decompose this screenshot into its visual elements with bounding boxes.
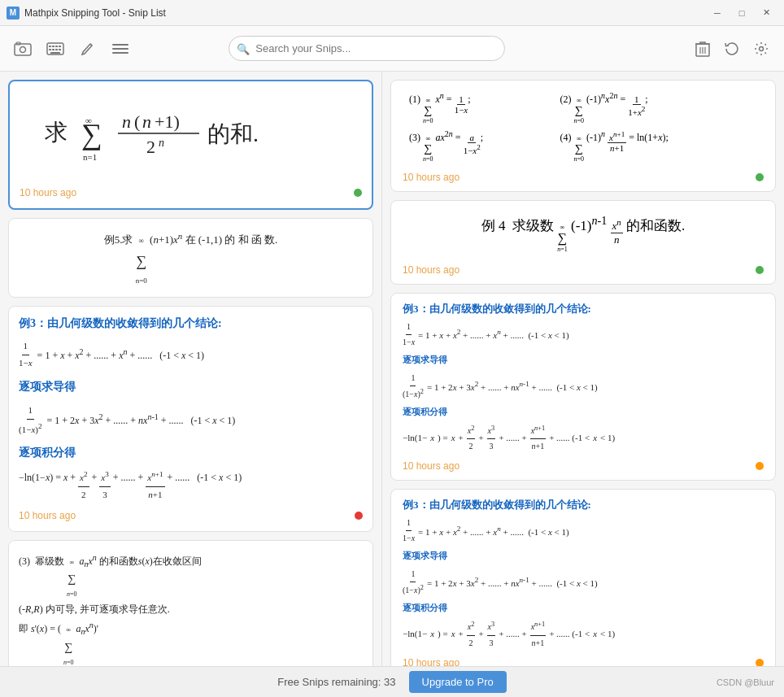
example3-body: 1 1−x = 1 + x + x2 + ...... + xn + .....… [19, 338, 363, 503]
right-dot-2 [756, 266, 764, 274]
right-tools [690, 36, 774, 62]
svg-rect-6 [55, 46, 58, 47]
right-content-3: 例3：由几何级数的收敛得到的几个结论: 1 1−x = 1 + x + x2 +… [403, 302, 764, 454]
example3-small-body: 1 1−x = 1 + x + x2 + ...... + xn + .....… [403, 320, 764, 454]
svg-rect-10 [55, 49, 58, 50]
svg-text:求: 求 [45, 120, 68, 145]
left-panel: 求 ∞ ∑ n=1 n ( n +1) 2 n 的和. [0, 72, 382, 666]
right-dot-1 [756, 173, 764, 181]
right-panel: (1) ∞ ∑ n=0 xn = 1 1− [382, 72, 784, 666]
settings-button[interactable] [748, 36, 774, 62]
svg-rect-8 [49, 49, 51, 50]
svg-text:+1): +1) [155, 111, 180, 132]
snip-math-2: 例5.求 ∞ ∑ n=0 (n+1)xn 在 (-1,1) 的 和 函 数. [104, 229, 278, 287]
svg-text:的和.: 的和. [207, 121, 259, 146]
snip-content-4: (3) 幂级数 ∞ ∑ n=0 anxn 的和函数s(x)在收敛区间 (-R,R… [19, 551, 363, 666]
snip-card-3[interactable]: 例3：由几何级数的收敛得到的几个结论: 1 1−x = 1 + x + x2 +… [8, 306, 373, 531]
menu-button[interactable] [107, 36, 133, 62]
svg-point-2 [20, 46, 26, 52]
svg-rect-9 [52, 49, 54, 50]
right-dot-4 [756, 659, 764, 667]
right-card-4[interactable]: 例3：由几何级数的收敛得到的几个结论: 1 1−x = 1 + x + x2 +… [390, 489, 776, 666]
search-input[interactable] [229, 36, 505, 61]
status-dot-1 [354, 189, 362, 197]
app-title: Mathpix Snipping Tool - Snip List [24, 7, 706, 19]
maximize-button[interactable]: □ [730, 5, 753, 21]
settings-icon [754, 41, 769, 56]
app-icon: M [7, 7, 20, 20]
example3-small2-body: 1 1−x = 1 + x + x2 + ...... + xn + .....… [403, 516, 764, 650]
right-card-1[interactable]: (1) ∞ ∑ n=0 xn = 1 1− [390, 80, 776, 192]
right-footer-2: 10 hours ago [403, 264, 764, 276]
example3-title: 例3：由几何级数的收敛得到的几个结论: [19, 316, 363, 331]
screenshot-button[interactable] [10, 36, 36, 62]
snip-time-1: 10 hours ago [20, 187, 76, 198]
titlebar: M Mathpix Snipping Tool - Snip List ─ □ … [0, 0, 784, 26]
svg-rect-4 [49, 46, 51, 47]
snip-content-1: 求 ∞ ∑ n=1 n ( n +1) 2 n 的和. [20, 91, 362, 181]
example3-small2-title: 例3：由几何级数的收敛得到的几个结论: [403, 498, 764, 512]
svg-text:n: n [122, 111, 131, 132]
bottom-bar: Free Snips remaining: 33 Upgrade to Pro … [0, 666, 784, 697]
svg-text:(: ( [134, 111, 140, 132]
free-snips-text: Free Snips remaining: 33 [277, 676, 395, 688]
toolbar: 🔍 [0, 26, 784, 72]
snip-footer-3: 10 hours ago [19, 510, 363, 521]
svg-rect-0 [15, 44, 31, 55]
snip-time-3: 10 hours ago [19, 510, 76, 521]
svg-rect-12 [50, 52, 60, 54]
screenshot-icon [14, 41, 32, 56]
refresh-button[interactable] [719, 36, 745, 62]
keyboard-icon [46, 42, 64, 55]
snip-card-4[interactable]: (3) 幂级数 ∞ ∑ n=0 anxn 的和函数s(x)在收敛区间 (-R,R… [8, 540, 373, 666]
svg-text:∑: ∑ [81, 118, 102, 150]
svg-text:n=1: n=1 [83, 152, 97, 162]
right-footer-1: 10 hours ago [403, 172, 764, 183]
upgrade-button[interactable]: Upgrade to Pro [409, 671, 507, 693]
pen-icon [81, 41, 95, 56]
svg-text:2: 2 [146, 137, 155, 157]
right-time-4: 10 hours ago [403, 657, 460, 667]
close-button[interactable]: ✕ [755, 5, 777, 21]
trash-icon [695, 41, 710, 57]
pen-button[interactable] [75, 36, 101, 62]
minimize-button[interactable]: ─ [706, 5, 729, 21]
formulas-table: (1) ∞ ∑ n=0 xn = 1 1− [403, 89, 764, 165]
refresh-icon [725, 41, 739, 56]
svg-rect-11 [59, 49, 61, 50]
snip-math-4: (3) 幂级数 ∞ ∑ n=0 anxn 的和函数s(x)在收敛区间 (-R,R… [19, 551, 363, 666]
right-content-1: (1) ∞ ∑ n=0 xn = 1 1− [403, 89, 764, 165]
right-time-2: 10 hours ago [403, 264, 460, 276]
right-card-3[interactable]: 例3：由几何级数的收敛得到的几个结论: 1 1−x = 1 + x + x2 +… [390, 293, 776, 481]
math-svg-1: 求 ∞ ∑ n=1 n ( n +1) 2 n 的和. [28, 91, 354, 181]
svg-rect-5 [52, 46, 54, 47]
snip-footer-1: 10 hours ago [20, 187, 362, 198]
right-footer-3: 10 hours ago [403, 460, 764, 472]
search-container: 🔍 [229, 36, 505, 61]
menu-icon [112, 42, 128, 55]
right-card-2[interactable]: 例 4 求级数 ∞ ∑ n=1 (-1)n-1 xn n 的和函数. [390, 200, 776, 285]
svg-rect-13 [112, 44, 128, 46]
snip-content-3: 例3：由几何级数的收敛得到的几个结论: 1 1−x = 1 + x + x2 +… [19, 316, 363, 503]
right-time-1: 10 hours ago [403, 172, 460, 183]
main-content: 求 ∞ ∑ n=1 n ( n +1) 2 n 的和. [0, 72, 784, 666]
snip-card-1[interactable]: 求 ∞ ∑ n=1 n ( n +1) 2 n 的和. [8, 80, 373, 210]
svg-point-20 [759, 46, 763, 50]
example4-text: 例 4 求级数 ∞ ∑ n=1 (-1)n-1 xn n 的和函数. [481, 214, 686, 254]
right-content-4: 例3：由几何级数的收敛得到的几个结论: 1 1−x = 1 + x + x2 +… [403, 498, 764, 650]
svg-rect-14 [112, 48, 128, 50]
right-time-3: 10 hours ago [403, 460, 460, 472]
example3-small-title: 例3：由几何级数的收敛得到的几个结论: [403, 302, 764, 316]
right-content-2: 例 4 求级数 ∞ ∑ n=1 (-1)n-1 xn n 的和函数. [403, 209, 764, 258]
trash-button[interactable] [690, 36, 716, 62]
right-dot-3 [756, 462, 764, 470]
svg-text:n: n [142, 111, 151, 132]
window-controls: ─ □ ✕ [706, 5, 777, 21]
snip-content-2: 例5.求 ∞ ∑ n=0 (n+1)xn 在 (-1,1) 的 和 函 数. [19, 229, 363, 287]
keyboard-button[interactable] [42, 36, 68, 62]
status-dot-3 [355, 512, 363, 520]
snip-card-2[interactable]: 例5.求 ∞ ∑ n=0 (n+1)xn 在 (-1,1) 的 和 函 数. [8, 218, 373, 298]
search-icon: 🔍 [237, 42, 250, 54]
svg-text:n: n [159, 137, 164, 149]
credit-text: CSDN @Bluur [716, 677, 774, 687]
